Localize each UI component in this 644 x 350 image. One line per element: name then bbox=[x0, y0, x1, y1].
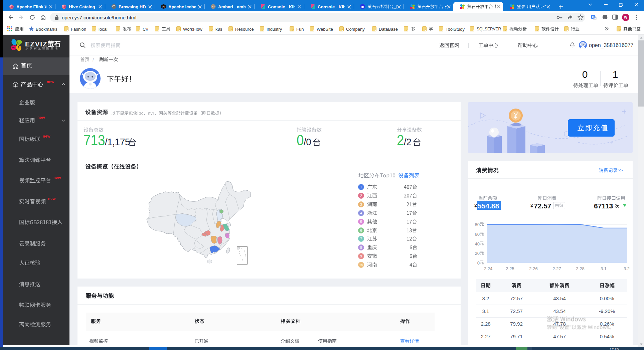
svg-text:W: W bbox=[624, 16, 627, 19]
svg-text:2: 2 bbox=[360, 194, 362, 197]
svg-text:8: 8 bbox=[360, 246, 362, 249]
svg-text:9: 9 bbox=[360, 254, 362, 258]
svg-text:6: 6 bbox=[360, 228, 362, 232]
svg-text:5: 5 bbox=[360, 220, 362, 223]
svg-text:4: 4 bbox=[360, 211, 362, 215]
svg-text:N: N bbox=[162, 5, 165, 8]
svg-text:1: 1 bbox=[360, 185, 362, 189]
svg-text:7: 7 bbox=[360, 237, 362, 241]
svg-text:3: 3 bbox=[360, 202, 362, 206]
svg-text:10: 10 bbox=[359, 264, 363, 267]
